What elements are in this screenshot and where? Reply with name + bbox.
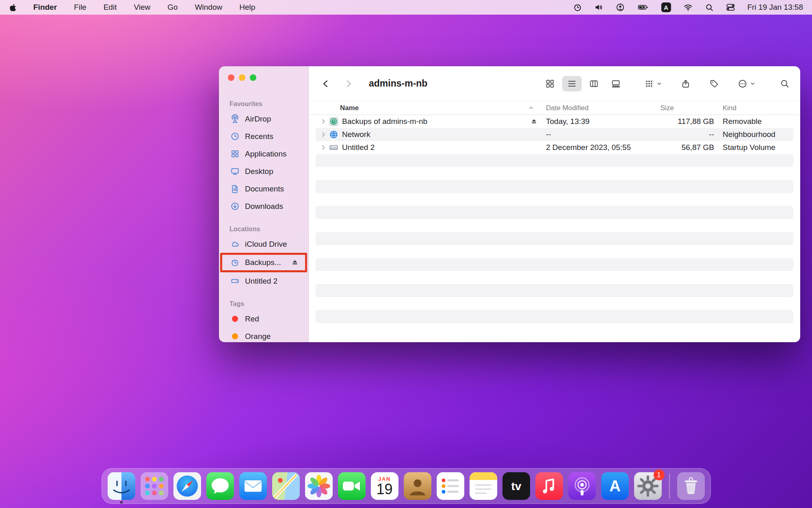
window-title: admins-m-nb	[369, 78, 427, 89]
table-row-backups[interactable]: Backups of admins-m-nb Today, 13:39 117,…	[309, 115, 800, 128]
sidebar-item-icloud-drive[interactable]: iCloud Drive	[219, 235, 308, 253]
dock-contacts-icon[interactable]	[404, 472, 431, 500]
sidebar-item-tag-orange[interactable]: Orange	[219, 328, 308, 342]
file-kind: Startup Volume	[723, 143, 775, 152]
empty-row	[309, 245, 800, 258]
minimize-button[interactable]	[239, 74, 245, 81]
menu-file[interactable]: File	[74, 3, 87, 12]
icloud-drive-icon	[230, 239, 240, 249]
dock-podcasts-icon[interactable]	[568, 472, 596, 500]
dock-messages-icon[interactable]	[206, 472, 234, 500]
menu-help[interactable]: Help	[239, 3, 255, 12]
downloads-icon	[230, 202, 240, 211]
wifi-icon[interactable]	[683, 3, 693, 12]
zoom-button[interactable]	[250, 74, 256, 81]
more-actions-button[interactable]	[738, 79, 756, 89]
sidebar-item-tag-red[interactable]: Red	[219, 310, 308, 328]
menu-view[interactable]: View	[134, 3, 150, 12]
disclosure-chevron-icon[interactable]	[320, 118, 327, 125]
dock-reminders-icon[interactable]	[437, 472, 464, 500]
menu-go[interactable]: Go	[167, 3, 178, 12]
share-button[interactable]	[681, 79, 691, 89]
dock-calendar-icon[interactable]: JAN 19	[371, 472, 398, 500]
table-row-network[interactable]: Network -- -- Neighbourhood	[309, 128, 800, 141]
sidebar-item-backups[interactable]: Backups...	[222, 255, 305, 270]
eject-icon[interactable]	[291, 259, 299, 266]
battery-charging-icon[interactable]	[637, 3, 649, 12]
dock-apple-tv-icon[interactable]: tv	[502, 472, 530, 500]
annotation-highlight-box: Backups...	[220, 253, 307, 272]
file-name: Network	[342, 130, 370, 139]
dock-trash-icon[interactable]	[677, 472, 705, 500]
empty-row	[309, 219, 800, 232]
dock-app-store-icon[interactable]: A	[601, 472, 629, 500]
column-header-kind[interactable]: Kind	[723, 104, 736, 112]
dock-mail-icon[interactable]	[239, 472, 267, 500]
menu-finder[interactable]: Finder	[33, 3, 57, 12]
dock-music-icon[interactable]	[535, 472, 563, 500]
apple-logo-icon[interactable]	[9, 3, 16, 12]
search-icon[interactable]	[780, 79, 790, 89]
dock-maps-icon[interactable]	[272, 472, 300, 500]
spotlight-search-icon[interactable]	[705, 3, 714, 12]
sidebar-item-documents[interactable]: Documents	[219, 180, 308, 198]
documents-icon	[230, 184, 240, 193]
disclosure-chevron-icon[interactable]	[320, 131, 327, 138]
disclosure-chevron-icon[interactable]	[320, 144, 327, 151]
sidebar-item-desktop[interactable]: Desktop	[219, 163, 308, 180]
sidebar-item-airdrop[interactable]: AirDrop	[219, 110, 308, 128]
menu-bar-clock[interactable]: Fri 19 Jan 13:58	[747, 3, 803, 12]
sidebar-item-untitled-2[interactable]: Untitled 2	[219, 272, 308, 290]
gallery-view-icon[interactable]	[606, 76, 626, 91]
file-name: Backups of admins-m-nb	[342, 117, 427, 126]
icon-view-icon[interactable]	[540, 76, 560, 91]
list-column-headers: Name Date Modified Size Kind	[309, 101, 800, 115]
close-button[interactable]	[228, 74, 234, 81]
control-center-icon[interactable]	[726, 3, 735, 12]
time-machine-icon[interactable]	[573, 3, 582, 12]
time-machine-icon	[230, 258, 240, 267]
tags-button[interactable]	[709, 79, 719, 89]
empty-row	[309, 284, 800, 297]
calendar-day: 19	[376, 482, 392, 497]
dock-notes-icon[interactable]	[470, 472, 497, 500]
group-by-button[interactable]	[644, 79, 662, 89]
file-name: Untitled 2	[342, 143, 375, 152]
file-size: 56,87 GB	[634, 143, 714, 152]
user-account-icon[interactable]	[616, 3, 625, 12]
dock-system-preferences-icon[interactable]: 1	[634, 472, 662, 500]
red-tag-dot-icon	[230, 316, 240, 322]
dock-launchpad-icon[interactable]	[141, 472, 168, 500]
menu-edit[interactable]: Edit	[104, 3, 117, 12]
table-row-untitled-2[interactable]: Untitled 2 2 December 2023, 05:55 56,87 …	[309, 141, 800, 154]
sidebar-item-downloads[interactable]: Downloads	[219, 198, 308, 215]
keyboard-input-badge[interactable]: A	[661, 2, 671, 12]
dock-finder-icon[interactable]	[108, 472, 135, 500]
sidebar-item-applications[interactable]: Applications	[219, 145, 308, 163]
window-controls	[228, 74, 256, 81]
finder-sidebar: Favourites AirDrop Recents Applications …	[219, 66, 309, 342]
menu-window[interactable]: Window	[195, 3, 223, 12]
finder-window: Favourites AirDrop Recents Applications …	[219, 66, 800, 342]
column-header-size[interactable]: Size	[660, 104, 674, 112]
dock-photos-icon[interactable]	[305, 472, 333, 500]
empty-row	[309, 310, 800, 323]
back-icon[interactable]	[321, 79, 331, 89]
eject-icon[interactable]	[531, 118, 537, 125]
applications-grid-icon	[230, 149, 240, 158]
empty-row	[309, 297, 800, 310]
finder-toolbar: admins-m-nb	[309, 66, 800, 101]
sidebar-item-recents[interactable]: Recents	[219, 128, 308, 145]
volume-icon[interactable]	[594, 3, 604, 12]
column-header-date-modified[interactable]: Date Modified	[546, 104, 589, 112]
dock-safari-icon[interactable]	[173, 472, 201, 500]
empty-row	[309, 271, 800, 284]
column-view-icon[interactable]	[584, 76, 604, 91]
forward-icon[interactable]	[344, 79, 353, 89]
dock-facetime-icon[interactable]	[338, 472, 366, 500]
column-header-name[interactable]: Name	[340, 104, 359, 112]
empty-row	[309, 258, 800, 271]
internal-drive-icon	[329, 143, 338, 152]
sidebar-item-label: Downloads	[245, 202, 283, 211]
list-view-icon[interactable]	[562, 76, 582, 91]
